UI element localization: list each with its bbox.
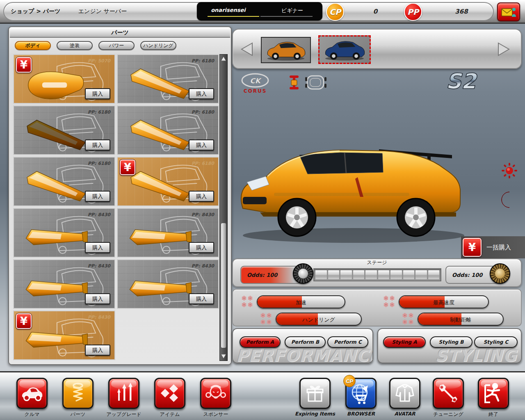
buy-button[interactable]: 購入: [189, 242, 214, 253]
part-price: PP: 5070: [88, 58, 110, 64]
part-price: PP: 8430: [88, 315, 110, 320]
parts-tabs: ボディ 塗装 パワー ハンドリング: [15, 41, 176, 51]
flower-icons: [383, 295, 395, 308]
browser-button[interactable]: CP: [345, 378, 377, 409]
buy-button[interactable]: 購入: [189, 88, 214, 99]
stat-handling: ハンドリング: [276, 313, 362, 326]
username: onarisensei: [197, 7, 260, 13]
buy-button[interactable]: 購入: [85, 293, 110, 304]
items-button[interactable]: [154, 378, 185, 409]
perform-a-button[interactable]: Perform A: [240, 336, 281, 348]
part-card[interactable]: PP: 8430 購入: [117, 208, 219, 258]
model-badge-s2: S2: [437, 68, 486, 94]
part-card[interactable]: PP: 6180 購入: [13, 105, 115, 155]
stat-label: 制動距離: [418, 316, 503, 324]
items-label: アイテム: [145, 411, 194, 418]
brand-name: CORUS: [244, 88, 267, 94]
stage-segment: [353, 270, 365, 280]
upgrade-label: アップグレード: [99, 411, 148, 418]
tab-body[interactable]: ボディ: [15, 41, 51, 50]
styling-a-button[interactable]: Styling A: [383, 336, 426, 348]
sponsor-girl-icon: [205, 383, 226, 404]
cars-button[interactable]: [16, 378, 48, 409]
model-badge-text: S2: [446, 69, 477, 94]
buy-button[interactable]: 購入: [189, 191, 214, 202]
stat-braking-distance: 制動距離: [418, 313, 504, 326]
day-mode-sun-icon[interactable]: [501, 162, 518, 179]
stage-segment: [315, 270, 327, 280]
tab-handling[interactable]: ハンドリング: [140, 41, 176, 50]
part-card[interactable]: PP: 8430 ¥ 購入: [13, 310, 115, 360]
stage-progress-bar: [313, 268, 441, 281]
styling-c-button[interactable]: Styling C: [474, 336, 518, 348]
buy-button[interactable]: 購入: [85, 242, 110, 253]
part-price: PP: 8430: [192, 263, 214, 269]
buy-button[interactable]: 購入: [189, 139, 214, 151]
owned-yen-icon: ¥: [16, 57, 32, 73]
avatar-label: AVATAR: [380, 411, 429, 417]
parts-panel: パーツ ボディ 塗装 パワー ハンドリング PP: 5070 ¥ 購入 PP: …: [8, 26, 232, 365]
side-skirt-part-icon: [121, 115, 199, 153]
bulk-buy-bar[interactable]: ¥ 一括購入: [461, 236, 525, 258]
scroll-up-button[interactable]: [220, 55, 227, 62]
part-card[interactable]: PP: 8430 購入: [13, 208, 115, 258]
buy-button[interactable]: 購入: [85, 191, 110, 202]
buy-button[interactable]: 購入: [85, 88, 110, 99]
buy-button[interactable]: 購入: [189, 293, 214, 304]
scrollbar-thumb[interactable]: [221, 223, 226, 348]
buy-button[interactable]: 購入: [85, 139, 110, 151]
part-card[interactable]: PP: 5070 ¥ 購入: [13, 54, 115, 104]
parts-scrollbar[interactable]: [219, 54, 228, 361]
car-thumbnail-blue-selected[interactable]: [318, 35, 371, 64]
part-card[interactable]: PP: 6180 購入: [13, 157, 115, 206]
bottom-toolbar: クルマ パーツ アップグレード: [0, 371, 525, 420]
scroll-down-button[interactable]: [220, 353, 227, 360]
tuning-button[interactable]: [433, 378, 464, 409]
part-card[interactable]: PP: 6180 購入: [117, 105, 219, 155]
browser-cp-badge: CP: [343, 375, 356, 387]
game-screen: ショップ > パーツ エンジン サーバー onarisensei ビギナー CP…: [0, 0, 525, 420]
night-mode-moon-icon[interactable]: [499, 191, 518, 208]
carousel-left-arrow[interactable]: [240, 42, 254, 57]
rank-underline: [260, 16, 313, 17]
styling-b-button[interactable]: Styling B: [430, 336, 472, 348]
side-skirt-part-icon: [17, 167, 95, 204]
server-name: エンジン サーバー: [62, 8, 144, 15]
upgrade-button[interactable]: [108, 378, 139, 409]
wrench-icon: [438, 383, 459, 404]
mail-button[interactable]: [497, 2, 520, 21]
perform-c-button[interactable]: Perform C: [327, 336, 368, 348]
part-price: PP: 6180: [88, 161, 110, 166]
car-thumbnail-orange[interactable]: [261, 37, 311, 63]
part-card[interactable]: PP: 6180 購入: [117, 54, 219, 104]
part-card[interactable]: PP: 6180 ¥ 購入: [117, 157, 219, 206]
bulk-buy-label: 一括購入: [486, 244, 511, 251]
sponsor-button[interactable]: [200, 378, 231, 409]
part-card[interactable]: PP: 8430 購入: [117, 259, 219, 309]
avatar-button[interactable]: [389, 378, 420, 409]
exit-label: 終了: [469, 411, 518, 418]
stat-label: 加速: [258, 299, 345, 306]
parts-button[interactable]: [62, 378, 94, 409]
garage-car-preview: [235, 128, 477, 251]
pp-value: 368: [433, 8, 490, 15]
stage-segment: [428, 270, 440, 280]
expiring-items-button[interactable]: [299, 378, 331, 409]
drivetrain-icon: [288, 75, 300, 90]
rear-tire-icon: [490, 263, 510, 284]
carousel-right-arrow[interactable]: [496, 42, 511, 57]
perform-b-button[interactable]: Perform B: [285, 336, 326, 348]
tab-paint[interactable]: 塗装: [57, 41, 93, 50]
buy-button[interactable]: 購入: [85, 345, 110, 356]
spoiler-part-icon: [121, 218, 199, 256]
pp-label: PP: [407, 7, 419, 16]
part-card[interactable]: PP: 8430 購入: [13, 259, 115, 309]
stage-segment: [378, 270, 390, 280]
exit-button[interactable]: [478, 378, 509, 409]
parts-grid: PP: 5070 ¥ 購入 PP: 6180 購入 PP: 6180 購入 PP…: [13, 54, 221, 360]
tab-power[interactable]: パワー: [98, 41, 135, 50]
corus-brand-logo: CK CORUS: [240, 72, 271, 94]
stat-label: 最高速度: [399, 299, 488, 306]
gift-box-icon: [305, 383, 325, 404]
parts-panel-title: パーツ: [10, 28, 230, 38]
